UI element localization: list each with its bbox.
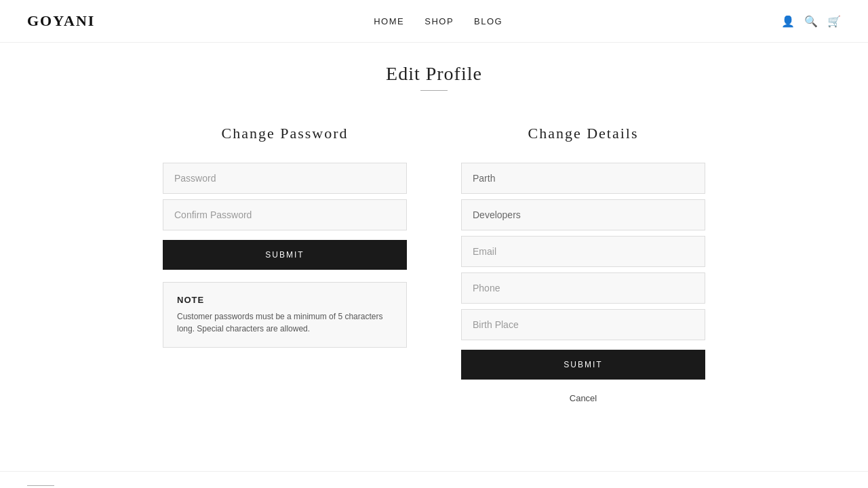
nav-icons: 👤 🔍 🛒 bbox=[781, 15, 841, 28]
confirm-password-input[interactable] bbox=[163, 199, 407, 230]
password-submit-button[interactable]: SUBMIT bbox=[163, 240, 407, 270]
search-icon[interactable]: 🔍 bbox=[804, 15, 818, 28]
nav-shop[interactable]: SHOP bbox=[425, 16, 454, 26]
page-title: Edit Profile bbox=[0, 63, 868, 85]
footer: Search © 2023, govanidevelopers bbox=[0, 471, 868, 488]
cart-icon[interactable]: 🛒 bbox=[827, 15, 841, 28]
note-text: Customer passwords must be a minimum of … bbox=[177, 310, 393, 335]
change-password-title: Change Password bbox=[163, 125, 407, 142]
phone-input[interactable] bbox=[461, 272, 705, 304]
cancel-link[interactable]: Cancel bbox=[461, 393, 705, 403]
footer-divider bbox=[27, 485, 54, 486]
note-title: NOTE bbox=[177, 295, 393, 305]
nav-home[interactable]: HOME bbox=[374, 16, 404, 26]
details-submit-button[interactable]: SUBMIT bbox=[461, 350, 705, 380]
brand-logo: GOYANI bbox=[27, 12, 95, 30]
change-password-section: Change Password SUBMIT NOTE Customer pas… bbox=[163, 125, 407, 403]
email-input[interactable] bbox=[461, 236, 705, 267]
birth-place-input[interactable] bbox=[461, 309, 705, 340]
last-name-input[interactable] bbox=[461, 199, 705, 230]
change-details-section: Change Details SUBMIT Cancel bbox=[461, 125, 705, 403]
title-divider bbox=[420, 90, 448, 91]
note-box: NOTE Customer passwords must be a minimu… bbox=[163, 282, 407, 348]
first-name-input[interactable] bbox=[461, 163, 705, 194]
account-icon[interactable]: 👤 bbox=[781, 15, 795, 28]
main-nav: HOME SHOP BLOG bbox=[374, 16, 502, 26]
main-content: Change Password SUBMIT NOTE Customer pas… bbox=[0, 98, 868, 430]
password-input[interactable] bbox=[163, 163, 407, 194]
page-title-area: Edit Profile bbox=[0, 43, 868, 98]
nav-blog[interactable]: BLOG bbox=[474, 16, 502, 26]
change-details-title: Change Details bbox=[461, 125, 705, 142]
